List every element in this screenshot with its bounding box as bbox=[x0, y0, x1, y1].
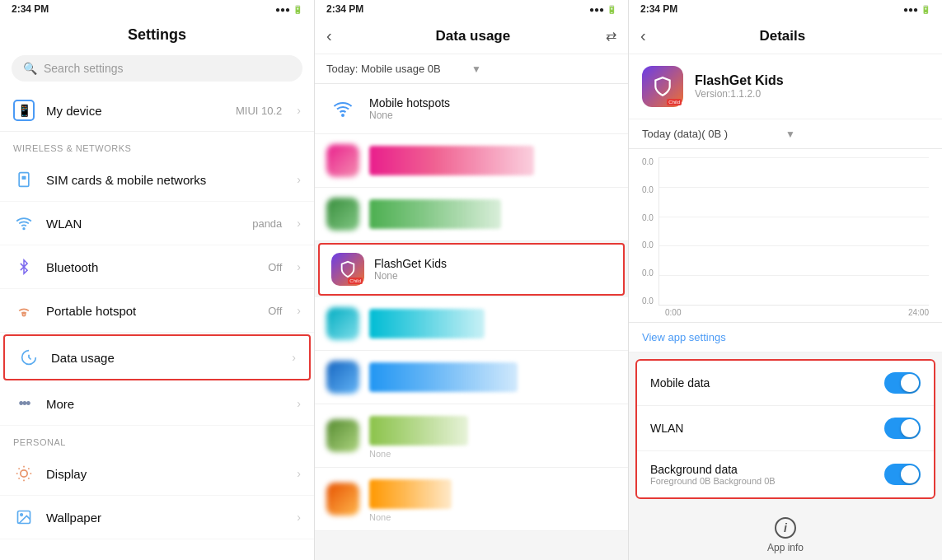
settings-item-hotspot[interactable]: Portable hotspot Off › bbox=[0, 289, 314, 333]
app-header-name: FlashGet Kids bbox=[695, 73, 929, 88]
x-label-end: 24:00 bbox=[908, 308, 929, 317]
hotspot-item-info: Mobile hotspots None bbox=[369, 96, 616, 121]
settings-panel: 2:34 PM ●●● 🔋 Settings 🔍 Search settings… bbox=[0, 0, 315, 560]
data-usage-title: Data usage bbox=[340, 28, 606, 44]
toggle-row-background: Background data Foreground 0B Background… bbox=[637, 451, 934, 497]
usage-period-label: Today: Mobile usage 0B bbox=[326, 63, 471, 75]
app-info-label: App info bbox=[767, 542, 804, 553]
status-bar-2: 2:34 PM ●●● 🔋 bbox=[315, 0, 628, 18]
toggle-main-background: Background data bbox=[650, 463, 884, 476]
my-device-value: MIUI 10.2 bbox=[236, 105, 282, 117]
status-icons-1: ●●● 🔋 bbox=[275, 5, 302, 14]
usage-dropdown-arrow: ▼ bbox=[471, 63, 616, 75]
blurred-bar-2 bbox=[369, 199, 501, 229]
flashget-sub: None bbox=[374, 270, 612, 282]
toggle-label-mobile-data: Mobile data bbox=[650, 376, 884, 390]
app-item-blurred-4[interactable] bbox=[315, 351, 628, 404]
display-chevron: › bbox=[297, 467, 301, 480]
settings-item-data[interactable]: Data usage › bbox=[3, 334, 311, 380]
y-label-4: 0.0 bbox=[642, 240, 654, 250]
chart-area: 0.0 0.0 0.0 0.0 0.0 0.0 0:00 24:00 bbox=[629, 149, 942, 323]
settings-item-more[interactable]: ••• More › bbox=[0, 382, 314, 426]
flashget-badge: Child bbox=[348, 278, 363, 284]
chart-x-labels: 0:00 24:00 bbox=[642, 306, 929, 317]
today-selector[interactable]: Today (data)( 0B ) ▼ bbox=[629, 119, 942, 149]
toggle-row-mobile-data: Mobile data bbox=[637, 361, 934, 406]
wallpaper-label: Wallpaper bbox=[46, 511, 285, 525]
signal-icon: ●●● bbox=[275, 5, 290, 14]
time-3: 2:34 PM bbox=[640, 3, 677, 15]
more-label: More bbox=[46, 397, 285, 411]
blurred-icon-6 bbox=[326, 483, 359, 516]
data-icon bbox=[18, 347, 40, 368]
hotspot-item-name: Mobile hotspots bbox=[369, 96, 616, 110]
app-header-section: Child FlashGet Kids Version:1.1.2.0 bbox=[629, 54, 942, 119]
grid-line-3 bbox=[659, 217, 929, 217]
settings-item-wlan[interactable]: WLAN panda › bbox=[0, 202, 314, 245]
search-input-placeholder: Search settings bbox=[44, 62, 124, 75]
svg-line-7 bbox=[19, 469, 20, 469]
app-info-bottom[interactable]: i App info bbox=[629, 506, 942, 560]
app-item-blurred-2[interactable] bbox=[315, 188, 628, 241]
bluetooth-value: Off bbox=[268, 261, 282, 273]
back-button-data[interactable]: ‹ bbox=[326, 26, 340, 45]
chart-container: 0.0 0.0 0.0 0.0 0.0 0.0 bbox=[642, 157, 929, 306]
section-wireless-header: WIRELESS & NETWORKS bbox=[0, 132, 314, 158]
settings-item-bluetooth[interactable]: Bluetooth Off › bbox=[0, 245, 314, 289]
section-personal-header: PERSONAL bbox=[0, 426, 314, 452]
svg-line-8 bbox=[28, 478, 29, 478]
data-label: Data usage bbox=[51, 351, 280, 365]
blurred-info-5: None bbox=[369, 413, 616, 459]
app-item-blurred-1[interactable] bbox=[315, 134, 628, 188]
blurred-icon-4 bbox=[326, 361, 359, 394]
blurred-info-4 bbox=[369, 359, 616, 395]
y-label-1: 0.0 bbox=[642, 157, 654, 166]
grid-line-5 bbox=[659, 275, 929, 276]
bluetooth-label: Bluetooth bbox=[46, 260, 256, 274]
my-device-row[interactable]: 📱 My device MIUI 10.2 › bbox=[0, 90, 314, 132]
filter-icon[interactable]: ⇄ bbox=[606, 28, 616, 44]
svg-point-3 bbox=[22, 313, 25, 315]
app-badge-large: Child bbox=[667, 99, 682, 105]
search-bar[interactable]: 🔍 Search settings bbox=[12, 55, 302, 82]
details-title: Details bbox=[654, 28, 911, 44]
view-app-settings-link[interactable]: View app settings bbox=[629, 323, 942, 352]
app-item-blurred-3[interactable] bbox=[315, 297, 628, 351]
toggle-main-mobile-data: Mobile data bbox=[650, 376, 884, 390]
app-item-hotspot[interactable]: Mobile hotspots None bbox=[315, 84, 628, 134]
y-label-5: 0.0 bbox=[642, 268, 654, 278]
sim-chevron: › bbox=[297, 173, 301, 186]
display-label: Display bbox=[46, 467, 285, 481]
settings-item-display[interactable]: Display › bbox=[0, 452, 314, 496]
usage-period-selector[interactable]: Today: Mobile usage 0B ▼ bbox=[315, 54, 628, 84]
search-icon: 🔍 bbox=[23, 62, 37, 75]
app-item-blurred-5[interactable]: None bbox=[315, 404, 628, 468]
wlan-chevron: › bbox=[297, 217, 301, 230]
app-icon-large: Child bbox=[642, 66, 683, 107]
hotspot-value: Off bbox=[268, 305, 282, 317]
page-title-settings: Settings bbox=[0, 18, 314, 50]
toggle-sub-background: Foreground 0B Background 0B bbox=[650, 476, 884, 486]
toggle-main-wlan: WLAN bbox=[650, 422, 884, 435]
wlan-toggle[interactable] bbox=[884, 418, 921, 439]
battery-icon-3: 🔋 bbox=[921, 5, 930, 14]
back-button-details[interactable]: ‹ bbox=[640, 26, 654, 45]
mobile-data-toggle[interactable] bbox=[884, 372, 921, 394]
wallpaper-icon bbox=[13, 506, 35, 528]
settings-item-sim[interactable]: SIM cards & mobile networks › bbox=[0, 158, 314, 202]
chart-y-axis: 0.0 0.0 0.0 0.0 0.0 0.0 bbox=[642, 157, 658, 306]
background-data-toggle[interactable] bbox=[884, 464, 921, 485]
info-icon: i bbox=[775, 517, 796, 539]
blurred-bar-1 bbox=[369, 146, 534, 175]
today-dropdown-arrow: ▼ bbox=[785, 128, 929, 140]
grid-line-4 bbox=[659, 245, 929, 246]
wlan-label: WLAN bbox=[46, 217, 241, 231]
hotspot-item-sub: None bbox=[369, 110, 616, 121]
wlan-value: panda bbox=[252, 217, 282, 230]
app-item-blurred-6[interactable]: None bbox=[315, 468, 628, 531]
sim-label: SIM cards & mobile networks bbox=[46, 173, 285, 187]
settings-item-wallpaper[interactable]: Wallpaper › bbox=[0, 496, 314, 539]
blurred-icon-3 bbox=[326, 307, 359, 340]
data-usage-panel: 2:34 PM ●●● 🔋 ‹ Data usage ⇄ Today: Mobi… bbox=[315, 0, 629, 560]
app-item-flashget[interactable]: Child FlashGet Kids None bbox=[318, 243, 625, 296]
